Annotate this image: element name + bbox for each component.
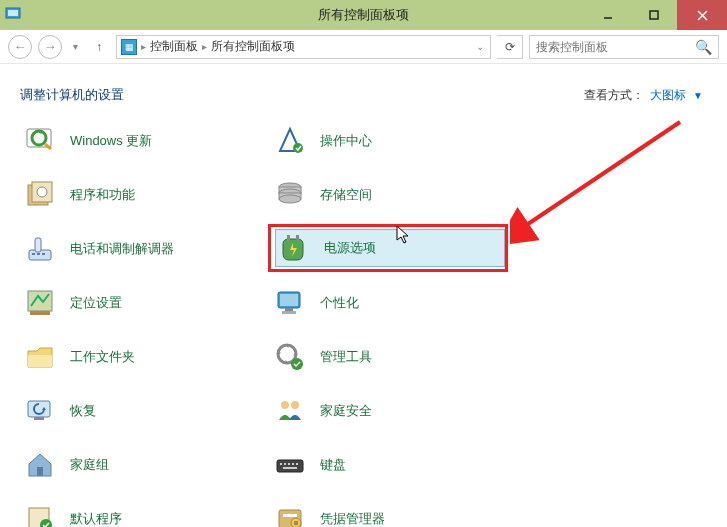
item-label: 凭据管理器 <box>320 510 385 527</box>
search-icon: 🔍 <box>691 39 712 55</box>
item-storage[interactable]: 存储空间 <box>272 178 522 212</box>
breadcrumb-part[interactable]: 所有控制面板项 <box>211 38 295 55</box>
item-label: 个性化 <box>320 294 359 312</box>
admin-tools-icon <box>274 341 306 373</box>
item-label: 恢复 <box>70 402 96 420</box>
item-label: 管理工具 <box>320 348 372 366</box>
item-default-programs[interactable]: 默认程序 <box>22 502 272 527</box>
svg-point-11 <box>37 187 47 197</box>
svg-rect-37 <box>37 467 43 476</box>
keyboard-icon <box>274 449 306 481</box>
item-work-folders[interactable]: 工作文件夹 <box>22 340 272 374</box>
svg-rect-39 <box>280 463 282 465</box>
credential-manager-icon <box>274 503 306 527</box>
control-panel-window-icon <box>0 6 26 25</box>
svg-rect-34 <box>34 417 44 420</box>
view-mode-value: 大图标 <box>650 88 686 102</box>
storage-icon <box>274 179 306 211</box>
location-icon <box>24 287 56 319</box>
item-family-safety[interactable]: 家庭安全 <box>272 394 522 428</box>
item-label: 电源选项 <box>324 239 376 257</box>
window-controls <box>585 0 727 30</box>
personalization-icon <box>274 287 306 319</box>
annotation-highlight: 电源选项 <box>268 224 508 272</box>
item-label: 存储空间 <box>320 186 372 204</box>
item-label: 操作中心 <box>320 132 372 150</box>
control-panel-icon: ▦ <box>121 39 137 55</box>
page-header: 调整计算机的设置 查看方式： 大图标 ▼ <box>0 64 727 112</box>
item-action-center[interactable]: 操作中心 <box>272 124 522 158</box>
item-power-options[interactable]: 电源选项 <box>275 229 505 267</box>
page-title: 调整计算机的设置 <box>20 86 124 104</box>
up-button[interactable]: ↑ <box>88 36 110 58</box>
svg-rect-19 <box>32 253 35 255</box>
svg-rect-44 <box>283 467 297 469</box>
svg-rect-21 <box>42 253 45 255</box>
item-label: 工作文件夹 <box>70 348 135 366</box>
minimize-button[interactable] <box>585 0 631 30</box>
maximize-button[interactable] <box>631 0 677 30</box>
close-button[interactable] <box>677 0 727 30</box>
item-location[interactable]: 定位设置 <box>22 286 272 320</box>
item-programs[interactable]: 程序和功能 <box>22 178 272 212</box>
item-admin-tools[interactable]: 管理工具 <box>272 340 522 374</box>
window-title: 所有控制面板项 <box>318 6 409 24</box>
svg-rect-42 <box>292 463 294 465</box>
item-credential-manager[interactable]: 凭据管理器 <box>272 502 522 527</box>
item-label: Windows 更新 <box>70 132 152 150</box>
chevron-right-icon: ▸ <box>141 41 146 52</box>
svg-rect-50 <box>294 521 298 525</box>
chevron-right-icon: ▸ <box>202 41 207 52</box>
item-recovery[interactable]: 恢复 <box>22 394 272 428</box>
item-windows-update[interactable]: Windows 更新 <box>22 124 272 158</box>
svg-rect-23 <box>296 235 299 241</box>
item-phone-modem[interactable]: 电话和调制解调器 <box>22 232 272 266</box>
forward-button[interactable]: → <box>38 35 62 59</box>
item-label: 定位设置 <box>70 294 122 312</box>
svg-rect-1 <box>8 10 18 16</box>
breadcrumb-part[interactable]: 控制面板 <box>150 38 198 55</box>
action-center-icon <box>274 125 306 157</box>
item-personalization[interactable]: 个性化 <box>272 286 522 320</box>
svg-rect-18 <box>35 238 41 252</box>
refresh-button[interactable]: ⟳ <box>497 35 523 59</box>
search-box[interactable]: 🔍 <box>529 35 719 59</box>
svg-point-35 <box>281 401 289 409</box>
history-dropdown[interactable]: ▾ <box>68 41 82 52</box>
svg-point-8 <box>293 143 303 153</box>
svg-rect-20 <box>37 253 40 255</box>
chevron-down-icon: ▼ <box>693 90 703 101</box>
navigation-bar: ← → ▾ ↑ ▦ ▸ 控制面板 ▸ 所有控制面板项 ⌄ ⟳ 🔍 <box>0 30 727 64</box>
back-button[interactable]: ← <box>8 35 32 59</box>
svg-point-36 <box>291 401 299 409</box>
item-label: 家庭组 <box>70 456 109 474</box>
view-mode-dropdown[interactable]: 大图标 ▼ <box>650 87 703 104</box>
svg-rect-29 <box>282 311 296 314</box>
recovery-icon <box>24 395 56 427</box>
programs-icon <box>24 179 56 211</box>
power-options-icon <box>278 232 310 264</box>
homegroup-icon <box>24 449 56 481</box>
svg-rect-48 <box>283 514 297 517</box>
view-label: 查看方式： <box>584 87 644 104</box>
search-input[interactable] <box>536 40 691 54</box>
item-label: 程序和功能 <box>70 186 135 204</box>
svg-rect-38 <box>277 460 303 472</box>
item-label: 电话和调制解调器 <box>70 240 174 258</box>
svg-rect-30 <box>28 355 52 367</box>
item-power-options-highlight: 电源选项 <box>272 232 522 266</box>
item-label: 键盘 <box>320 456 346 474</box>
default-programs-icon <box>24 503 56 527</box>
item-keyboard[interactable]: 键盘 <box>272 448 522 482</box>
breadcrumb[interactable]: ▦ ▸ 控制面板 ▸ 所有控制面板项 ⌄ <box>116 35 491 59</box>
phone-modem-icon <box>24 233 56 265</box>
item-label: 默认程序 <box>70 510 122 527</box>
item-homegroup[interactable]: 家庭组 <box>22 448 272 482</box>
svg-rect-40 <box>284 463 286 465</box>
svg-rect-41 <box>288 463 290 465</box>
svg-rect-22 <box>287 235 290 241</box>
breadcrumb-dropdown-icon[interactable]: ⌄ <box>476 41 484 52</box>
svg-rect-25 <box>30 311 50 315</box>
svg-rect-27 <box>280 294 298 306</box>
windows-update-icon <box>24 125 56 157</box>
